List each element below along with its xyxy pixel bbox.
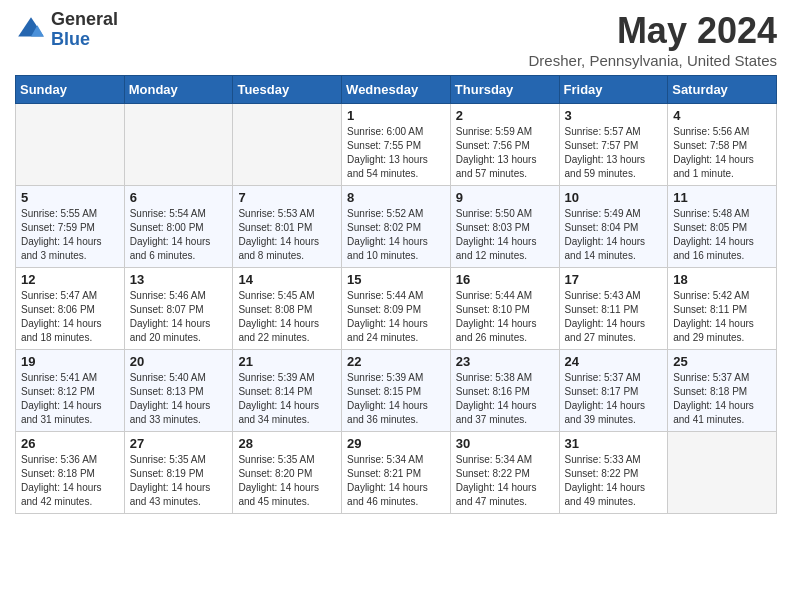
calendar-cell: 10Sunrise: 5:49 AMSunset: 8:04 PMDayligh… <box>559 186 668 268</box>
day-info: Sunrise: 5:56 AMSunset: 7:58 PMDaylight:… <box>673 125 771 181</box>
weekday-header-saturday: Saturday <box>668 76 777 104</box>
calendar-cell: 9Sunrise: 5:50 AMSunset: 8:03 PMDaylight… <box>450 186 559 268</box>
calendar-cell: 23Sunrise: 5:38 AMSunset: 8:16 PMDayligh… <box>450 350 559 432</box>
calendar-cell <box>124 104 233 186</box>
day-number: 20 <box>130 354 228 369</box>
day-info: Sunrise: 5:46 AMSunset: 8:07 PMDaylight:… <box>130 289 228 345</box>
calendar-cell: 29Sunrise: 5:34 AMSunset: 8:21 PMDayligh… <box>342 432 451 514</box>
calendar-cell: 12Sunrise: 5:47 AMSunset: 8:06 PMDayligh… <box>16 268 125 350</box>
day-number: 7 <box>238 190 336 205</box>
calendar-title: May 2024 <box>529 10 777 52</box>
day-info: Sunrise: 5:44 AMSunset: 8:10 PMDaylight:… <box>456 289 554 345</box>
calendar-cell: 14Sunrise: 5:45 AMSunset: 8:08 PMDayligh… <box>233 268 342 350</box>
day-number: 16 <box>456 272 554 287</box>
weekday-header-monday: Monday <box>124 76 233 104</box>
day-info: Sunrise: 5:59 AMSunset: 7:56 PMDaylight:… <box>456 125 554 181</box>
day-info: Sunrise: 5:34 AMSunset: 8:21 PMDaylight:… <box>347 453 445 509</box>
calendar-cell: 13Sunrise: 5:46 AMSunset: 8:07 PMDayligh… <box>124 268 233 350</box>
calendar-cell: 25Sunrise: 5:37 AMSunset: 8:18 PMDayligh… <box>668 350 777 432</box>
day-number: 5 <box>21 190 119 205</box>
day-number: 9 <box>456 190 554 205</box>
calendar-location: Dresher, Pennsylvania, United States <box>529 52 777 69</box>
day-info: Sunrise: 5:45 AMSunset: 8:08 PMDaylight:… <box>238 289 336 345</box>
day-number: 25 <box>673 354 771 369</box>
day-number: 12 <box>21 272 119 287</box>
calendar-cell <box>668 432 777 514</box>
calendar-cell: 30Sunrise: 5:34 AMSunset: 8:22 PMDayligh… <box>450 432 559 514</box>
calendar-cell: 2Sunrise: 5:59 AMSunset: 7:56 PMDaylight… <box>450 104 559 186</box>
day-info: Sunrise: 6:00 AMSunset: 7:55 PMDaylight:… <box>347 125 445 181</box>
day-info: Sunrise: 5:47 AMSunset: 8:06 PMDaylight:… <box>21 289 119 345</box>
day-number: 4 <box>673 108 771 123</box>
calendar-cell: 21Sunrise: 5:39 AMSunset: 8:14 PMDayligh… <box>233 350 342 432</box>
calendar-cell <box>16 104 125 186</box>
day-number: 6 <box>130 190 228 205</box>
logo: General Blue <box>15 10 118 50</box>
day-number: 3 <box>565 108 663 123</box>
day-number: 29 <box>347 436 445 451</box>
day-number: 21 <box>238 354 336 369</box>
logo-icon <box>15 14 47 46</box>
day-info: Sunrise: 5:34 AMSunset: 8:22 PMDaylight:… <box>456 453 554 509</box>
weekday-header-row: SundayMondayTuesdayWednesdayThursdayFrid… <box>16 76 777 104</box>
calendar-cell: 17Sunrise: 5:43 AMSunset: 8:11 PMDayligh… <box>559 268 668 350</box>
logo-general: General <box>51 10 118 30</box>
calendar-cell: 6Sunrise: 5:54 AMSunset: 8:00 PMDaylight… <box>124 186 233 268</box>
day-number: 22 <box>347 354 445 369</box>
calendar-cell <box>233 104 342 186</box>
weekday-header-wednesday: Wednesday <box>342 76 451 104</box>
day-number: 17 <box>565 272 663 287</box>
calendar-cell: 24Sunrise: 5:37 AMSunset: 8:17 PMDayligh… <box>559 350 668 432</box>
calendar-week-3: 12Sunrise: 5:47 AMSunset: 8:06 PMDayligh… <box>16 268 777 350</box>
day-number: 13 <box>130 272 228 287</box>
day-number: 15 <box>347 272 445 287</box>
title-block: May 2024 Dresher, Pennsylvania, United S… <box>529 10 777 69</box>
calendar-week-4: 19Sunrise: 5:41 AMSunset: 8:12 PMDayligh… <box>16 350 777 432</box>
weekday-header-thursday: Thursday <box>450 76 559 104</box>
day-info: Sunrise: 5:43 AMSunset: 8:11 PMDaylight:… <box>565 289 663 345</box>
day-info: Sunrise: 5:44 AMSunset: 8:09 PMDaylight:… <box>347 289 445 345</box>
day-info: Sunrise: 5:49 AMSunset: 8:04 PMDaylight:… <box>565 207 663 263</box>
calendar-cell: 15Sunrise: 5:44 AMSunset: 8:09 PMDayligh… <box>342 268 451 350</box>
day-number: 2 <box>456 108 554 123</box>
logo-text: General Blue <box>51 10 118 50</box>
calendar-cell: 3Sunrise: 5:57 AMSunset: 7:57 PMDaylight… <box>559 104 668 186</box>
day-number: 24 <box>565 354 663 369</box>
calendar-week-5: 26Sunrise: 5:36 AMSunset: 8:18 PMDayligh… <box>16 432 777 514</box>
calendar-cell: 19Sunrise: 5:41 AMSunset: 8:12 PMDayligh… <box>16 350 125 432</box>
calendar-cell: 1Sunrise: 6:00 AMSunset: 7:55 PMDaylight… <box>342 104 451 186</box>
page-header: General Blue May 2024 Dresher, Pennsylva… <box>15 10 777 69</box>
day-info: Sunrise: 5:39 AMSunset: 8:15 PMDaylight:… <box>347 371 445 427</box>
day-info: Sunrise: 5:38 AMSunset: 8:16 PMDaylight:… <box>456 371 554 427</box>
day-number: 8 <box>347 190 445 205</box>
day-number: 18 <box>673 272 771 287</box>
calendar-cell: 26Sunrise: 5:36 AMSunset: 8:18 PMDayligh… <box>16 432 125 514</box>
day-info: Sunrise: 5:50 AMSunset: 8:03 PMDaylight:… <box>456 207 554 263</box>
day-info: Sunrise: 5:52 AMSunset: 8:02 PMDaylight:… <box>347 207 445 263</box>
day-number: 30 <box>456 436 554 451</box>
day-number: 10 <box>565 190 663 205</box>
calendar-week-1: 1Sunrise: 6:00 AMSunset: 7:55 PMDaylight… <box>16 104 777 186</box>
calendar-cell: 11Sunrise: 5:48 AMSunset: 8:05 PMDayligh… <box>668 186 777 268</box>
day-info: Sunrise: 5:33 AMSunset: 8:22 PMDaylight:… <box>565 453 663 509</box>
day-info: Sunrise: 5:55 AMSunset: 7:59 PMDaylight:… <box>21 207 119 263</box>
day-info: Sunrise: 5:40 AMSunset: 8:13 PMDaylight:… <box>130 371 228 427</box>
calendar-cell: 22Sunrise: 5:39 AMSunset: 8:15 PMDayligh… <box>342 350 451 432</box>
calendar-cell: 4Sunrise: 5:56 AMSunset: 7:58 PMDaylight… <box>668 104 777 186</box>
day-info: Sunrise: 5:42 AMSunset: 8:11 PMDaylight:… <box>673 289 771 345</box>
calendar-cell: 18Sunrise: 5:42 AMSunset: 8:11 PMDayligh… <box>668 268 777 350</box>
day-info: Sunrise: 5:37 AMSunset: 8:17 PMDaylight:… <box>565 371 663 427</box>
day-number: 23 <box>456 354 554 369</box>
day-info: Sunrise: 5:53 AMSunset: 8:01 PMDaylight:… <box>238 207 336 263</box>
day-number: 26 <box>21 436 119 451</box>
day-number: 1 <box>347 108 445 123</box>
calendar-cell: 8Sunrise: 5:52 AMSunset: 8:02 PMDaylight… <box>342 186 451 268</box>
day-number: 14 <box>238 272 336 287</box>
calendar-cell: 28Sunrise: 5:35 AMSunset: 8:20 PMDayligh… <box>233 432 342 514</box>
weekday-header-tuesday: Tuesday <box>233 76 342 104</box>
day-number: 31 <box>565 436 663 451</box>
calendar-cell: 16Sunrise: 5:44 AMSunset: 8:10 PMDayligh… <box>450 268 559 350</box>
logo-blue: Blue <box>51 30 118 50</box>
calendar-cell: 31Sunrise: 5:33 AMSunset: 8:22 PMDayligh… <box>559 432 668 514</box>
day-number: 11 <box>673 190 771 205</box>
